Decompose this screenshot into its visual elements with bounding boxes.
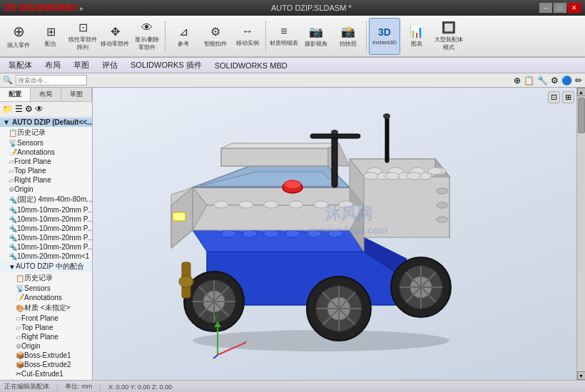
maximize-button[interactable]: □: [554, 3, 566, 13]
show-hide-button[interactable]: 👁 显示/删除零部件: [131, 18, 163, 55]
menu-sketch[interactable]: 草图: [68, 58, 95, 72]
tree-mates[interactable]: ▼ AUTO DZIP 中的配合: [0, 261, 92, 272]
viewport-ctrl-1[interactable]: ⊡: [548, 91, 560, 103]
svg-point-46: [437, 188, 448, 194]
svg-rect-58: [173, 212, 185, 221]
move-part-button[interactable]: ✥ 移动零部件: [99, 18, 131, 55]
insert-part-icon: ⊕: [13, 23, 25, 40]
mate-icon: ⊞: [46, 25, 56, 38]
menu-layout[interactable]: 布局: [39, 58, 66, 72]
scroll-thumb[interactable]: [578, 98, 585, 133]
panel-icon-folder[interactable]: 📁: [2, 104, 13, 114]
svg-point-20: [214, 201, 228, 208]
bom-button[interactable]: ≡ 材质明细表: [268, 18, 300, 55]
tree-part-5[interactable]: 🔩 10mm-10mm-20mm P...: [0, 242, 92, 252]
tree-sub-cut[interactable]: ✂ Cut-Extrude1: [0, 369, 92, 378]
tree-sub-annotations[interactable]: 📝 Annotations: [0, 293, 92, 302]
svg-rect-50: [310, 134, 360, 138]
menu-evaluate[interactable]: 评估: [96, 58, 123, 72]
mate-button[interactable]: ⊞ 配合: [35, 18, 66, 55]
status-coord: X: 0.00 Y: 0.00 Z: 0.00: [108, 383, 172, 391]
tree-sub-boss1[interactable]: 📦 Boss-Extrude1: [0, 351, 92, 360]
reference-icon: ⊿: [179, 25, 188, 38]
move-part-icon: ✥: [111, 25, 120, 38]
tree-part-7[interactable]: 🔩 10mm-20mm-20mm<2: [0, 378, 92, 380]
svg-point-15: [328, 230, 342, 237]
svg-point-81: [179, 276, 193, 287]
tree-sub-origin[interactable]: ⊕ Origin: [0, 341, 92, 351]
snapshot-button[interactable]: 📸 拍快照: [332, 18, 364, 55]
tree-sub-history[interactable]: 📋 历史记录: [0, 272, 92, 284]
svg-point-12: [264, 230, 278, 237]
tree-part-1[interactable]: 🔩 10mm-10mm-20mm P...: [0, 205, 92, 215]
linear-array-button[interactable]: ⊡ 线性零部件阵列: [67, 18, 98, 55]
scroll-down-arrow[interactable]: ▼: [577, 371, 586, 380]
tab-assembly[interactable]: 配置: [0, 88, 31, 101]
tool-icon-2[interactable]: 📋: [524, 76, 534, 86]
smart-fastener-button[interactable]: ⚙ 智能扣件: [200, 18, 231, 55]
svg-marker-34: [364, 177, 449, 237]
vertical-scrollbar[interactable]: ▲ ▼: [576, 88, 585, 380]
status-sep-1: |: [56, 383, 58, 391]
tool-icon-1[interactable]: ⊕: [514, 76, 521, 86]
tree-part-6[interactable]: 🔩 10mm-20mm-20mm<1: [0, 252, 92, 261]
tree-sub-front-plane[interactable]: ▱ Front Plane: [0, 314, 92, 323]
svg-marker-86: [214, 321, 221, 327]
viewport[interactable]: 沐风网 www.mfcad.com: [93, 88, 585, 380]
tree-sub-sensors[interactable]: 📡 Sensors: [0, 284, 92, 293]
svg-marker-28: [221, 148, 328, 166]
tool-icon-4[interactable]: ⚙: [551, 76, 559, 86]
svg-point-10: [221, 230, 235, 237]
tree-root[interactable]: ▼ AUTO DZIP (Default<<...: [0, 118, 92, 127]
viewport-ctrl-2[interactable]: ⊞: [562, 91, 574, 103]
tree-top-plane[interactable]: ▱ Top Plane: [0, 166, 92, 175]
svg-point-13: [285, 230, 300, 237]
panel-icon-list[interactable]: ☰: [15, 104, 23, 114]
search-icon: 🔍: [3, 76, 13, 85]
svg-rect-49: [332, 130, 337, 187]
tool-icon-5[interactable]: 🔵: [561, 76, 572, 86]
tree-sub-top-plane[interactable]: ▱ Top Plane: [0, 323, 92, 332]
panel-icon-row: 📁 ☰ ⚙ 👁: [0, 102, 92, 117]
solidworks-logo: DS SOLIDWORKS: [4, 3, 78, 13]
tree-part-2[interactable]: 🔩 10mm-10mm-20mm P...: [0, 215, 92, 224]
panel-icon-settings[interactable]: ⚙: [25, 104, 33, 114]
menu-sw-mbd[interactable]: SOLIDWORKS MBD: [209, 60, 293, 71]
tree-sensors[interactable]: 📡 Sensors: [0, 138, 92, 148]
tool-icon-6[interactable]: ✏: [575, 76, 582, 86]
tree-origin[interactable]: ⊕ Origin: [0, 185, 92, 194]
panel-tabs: 配置 布局 草图: [0, 88, 92, 102]
tree-part-3[interactable]: 🔩 10mm-10mm-20mm P...: [0, 224, 92, 233]
reference-button[interactable]: ⊿ 参考: [168, 18, 199, 55]
tab-sketch[interactable]: 草图: [61, 88, 92, 101]
menubar: 装配体 布局 草图 评估 SOLIDWORKS 插件 SOLIDWORKS MB…: [0, 58, 585, 73]
tree-sub-material[interactable]: 🎨 材质 <未指定>: [0, 302, 92, 314]
insert-part-button[interactable]: ⊕ 插入零件: [3, 18, 34, 55]
show-hide-icon: 👁: [141, 21, 153, 34]
tab-layout[interactable]: 布局: [31, 88, 61, 101]
scroll-up-arrow[interactable]: ▲: [577, 88, 586, 96]
menu-sw-plugins[interactable]: SOLIDWORKS 插件: [125, 58, 208, 72]
photo-view-button[interactable]: 📷 摄影视角: [300, 18, 332, 55]
move-instance-button[interactable]: ↔ 移动实例: [232, 18, 263, 55]
tree-part-0[interactable]: 🔩 (固定) 4mm-40m-80m...: [0, 194, 92, 205]
tree-annotations[interactable]: 📝 Annotations: [0, 148, 92, 157]
search-input[interactable]: [16, 75, 87, 86]
menu-assembly[interactable]: 装配体: [3, 58, 38, 72]
tree-sub-right-plane[interactable]: ▱ Right Plane: [0, 332, 92, 341]
panel-icon-eye[interactable]: 👁: [35, 104, 44, 114]
tree-front-plane[interactable]: ▱ Front Plane: [0, 157, 92, 166]
ribbon: ⊕ 插入零件 ⊞ 配合 ⊡ 线性零部件阵列 ✥ 移动零部件 👁 显示/删除零部件…: [0, 16, 585, 58]
tree-history[interactable]: 📋 历史记录: [0, 127, 92, 138]
close-button[interactable]: ✕: [568, 3, 581, 13]
minimize-button[interactable]: ─: [539, 3, 552, 13]
chart-button[interactable]: 📊 图表: [401, 18, 432, 55]
tree-right-plane[interactable]: ▱ Right Plane: [0, 175, 92, 185]
large-assembly-button[interactable]: 🔲 大型装配体模式: [433, 18, 464, 55]
svg-marker-29: [221, 143, 339, 148]
status-units: 单位: mm: [65, 382, 92, 391]
tool-icon-3[interactable]: 🔧: [537, 76, 548, 86]
tree-part-4[interactable]: 🔩 10mm-10mm-20mm P...: [0, 233, 92, 242]
instant3d-button[interactable]: 3D Instant3D: [369, 18, 400, 55]
tree-sub-boss2[interactable]: 📦 Boss-Extrude2: [0, 360, 92, 369]
